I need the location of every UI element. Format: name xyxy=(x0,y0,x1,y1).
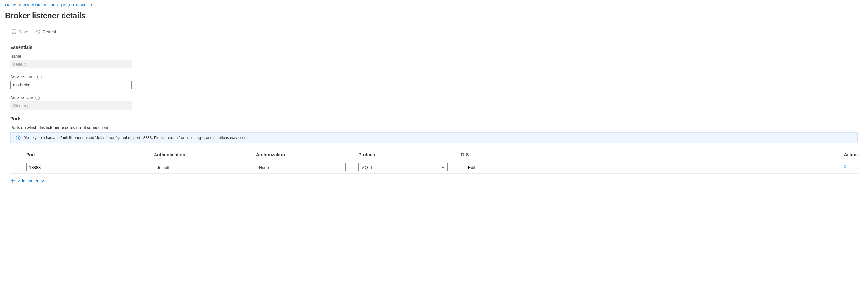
table-row: default None MQTT Edit xyxy=(10,161,858,174)
name-field-group: Name xyxy=(10,54,858,68)
svg-rect-2 xyxy=(13,32,15,34)
col-action: Action xyxy=(832,152,858,157)
svg-point-4 xyxy=(18,137,19,137)
refresh-label: Refresh xyxy=(43,29,58,34)
info-banner: Your system has a default listener named… xyxy=(10,132,858,143)
ports-table: Port Authentication Authorization Protoc… xyxy=(10,148,858,187)
refresh-button[interactable]: Refresh xyxy=(34,28,59,35)
info-icon xyxy=(16,135,21,140)
port-input[interactable] xyxy=(26,163,144,171)
service-name-field-group: Service name i xyxy=(10,75,858,89)
ports-section-title: Ports xyxy=(10,116,858,121)
refresh-icon xyxy=(36,29,41,34)
col-authorization: Authorization xyxy=(256,152,358,157)
save-button[interactable]: Save xyxy=(10,28,29,35)
ports-description: Ports on which this listener accepts cli… xyxy=(10,125,858,130)
ports-table-header: Port Authentication Authorization Protoc… xyxy=(10,148,858,161)
more-actions-button[interactable]: ··· xyxy=(91,12,96,19)
service-type-label: Service type i xyxy=(10,95,858,100)
breadcrumb-cluster[interactable]: my-cluster-instance | MQTT broker xyxy=(24,3,88,7)
save-icon xyxy=(11,29,17,34)
name-input xyxy=(10,60,131,68)
name-label: Name xyxy=(10,54,858,58)
page-header: Broker listener details ··· xyxy=(0,10,868,25)
breadcrumb-separator: > xyxy=(90,3,93,7)
service-type-field-group: Service type i xyxy=(10,95,858,110)
info-banner-text: Your system has a default listener named… xyxy=(24,136,248,140)
protocol-dropdown[interactable]: MQTT xyxy=(358,163,448,171)
add-port-label: Add port entry xyxy=(18,178,44,183)
service-name-input[interactable] xyxy=(10,81,131,89)
delete-row-button[interactable] xyxy=(832,165,858,170)
breadcrumb-home[interactable]: Home xyxy=(5,3,16,7)
authentication-dropdown[interactable]: default xyxy=(154,163,243,171)
col-authentication: Authentication xyxy=(154,152,256,157)
authorization-dropdown[interactable]: None xyxy=(256,163,345,171)
col-protocol: Protocol xyxy=(358,152,461,157)
page-title: Broker listener details xyxy=(5,11,86,20)
breadcrumb: Home > my-cluster-instance | MQTT broker… xyxy=(0,0,868,10)
tls-edit-button[interactable]: Edit xyxy=(461,163,483,171)
breadcrumb-separator: > xyxy=(19,3,21,7)
chevron-down-icon xyxy=(441,165,445,169)
service-type-input xyxy=(10,101,131,110)
info-icon[interactable]: i xyxy=(35,95,40,100)
chevron-down-icon xyxy=(237,165,241,169)
info-icon[interactable]: i xyxy=(37,75,42,79)
col-port: Port xyxy=(26,152,154,157)
chevron-down-icon xyxy=(339,165,343,169)
essentials-section-title: Essentials xyxy=(10,45,858,50)
save-label: Save xyxy=(19,29,28,34)
svg-rect-1 xyxy=(13,30,15,31)
content-area: Essentials Name Service name i Service t… xyxy=(0,38,868,193)
add-port-button[interactable]: Add port entry xyxy=(10,175,858,187)
plus-icon xyxy=(10,178,15,183)
col-tls: TLS xyxy=(461,152,486,157)
service-name-label: Service name i xyxy=(10,75,858,79)
trash-icon xyxy=(842,165,847,170)
toolbar: Save Refresh xyxy=(0,25,868,38)
